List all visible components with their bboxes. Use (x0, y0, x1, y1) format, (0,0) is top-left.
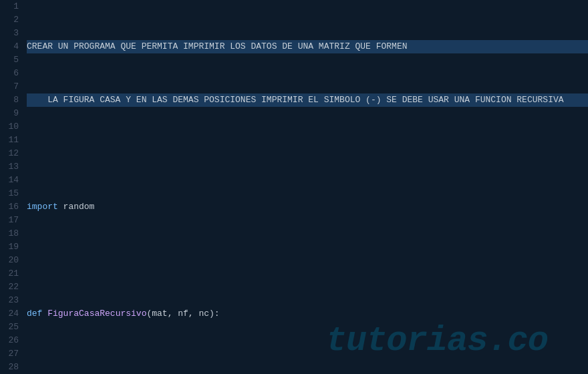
line-num-15: 15 (0, 187, 19, 200)
line-num-18: 18 (0, 227, 19, 240)
line-num-26: 26 (0, 334, 19, 347)
code-line-2: LA FIGURA CASA Y EN LAS DEMAS POSICIONES… (27, 94, 588, 107)
line-num-27: 27 (0, 347, 19, 361)
code-area: 1 2 3 4 5 6 7 8 9 10 11 12 13 14 15 16 1… (0, 0, 588, 374)
code-line-3 (27, 147, 588, 160)
line-num-2: 2 (0, 13, 19, 27)
line-num-5: 5 (0, 53, 19, 67)
line-num-14: 14 (0, 174, 19, 187)
line-num-24: 24 (0, 307, 19, 321)
line-num-25: 25 (0, 321, 19, 334)
line-num-11: 11 (0, 134, 19, 147)
line-num-9: 9 (0, 107, 19, 120)
line-num-19: 19 (0, 240, 19, 254)
line-num-1: 1 (0, 0, 19, 13)
line-num-13: 13 (0, 160, 19, 174)
code-line-1: CREAR UN PROGRAMA QUE PERMITA IMPRIMIR L… (27, 40, 588, 53)
line-numbers: 1 2 3 4 5 6 7 8 9 10 11 12 13 14 15 16 1… (0, 0, 24, 374)
code-line-6: def FiguraCasaRecursivo(mat, nf, nc): (27, 307, 588, 321)
code-line-7 (27, 361, 588, 374)
line-num-16: 16 (0, 200, 19, 214)
line-num-22: 22 (0, 280, 19, 294)
line-num-8: 8 (0, 94, 19, 107)
line-num-3: 3 (0, 27, 19, 40)
code-editor: 1 2 3 4 5 6 7 8 9 10 11 12 13 14 15 16 1… (0, 0, 588, 374)
line-num-10: 10 (0, 120, 19, 134)
code-line-5 (27, 254, 588, 267)
line-num-21: 21 (0, 267, 19, 280)
code-content: CREAR UN PROGRAMA QUE PERMITA IMPRIMIR L… (24, 0, 588, 374)
line-num-6: 6 (0, 67, 19, 80)
line-num-17: 17 (0, 214, 19, 227)
line-num-28: 28 (0, 361, 19, 374)
line-num-20: 20 (0, 254, 19, 267)
line-num-23: 23 (0, 294, 19, 307)
line-num-12: 12 (0, 147, 19, 160)
code-line-4: import random (27, 200, 588, 214)
line-num-7: 7 (0, 80, 19, 94)
line-num-4: 4 (0, 40, 19, 53)
